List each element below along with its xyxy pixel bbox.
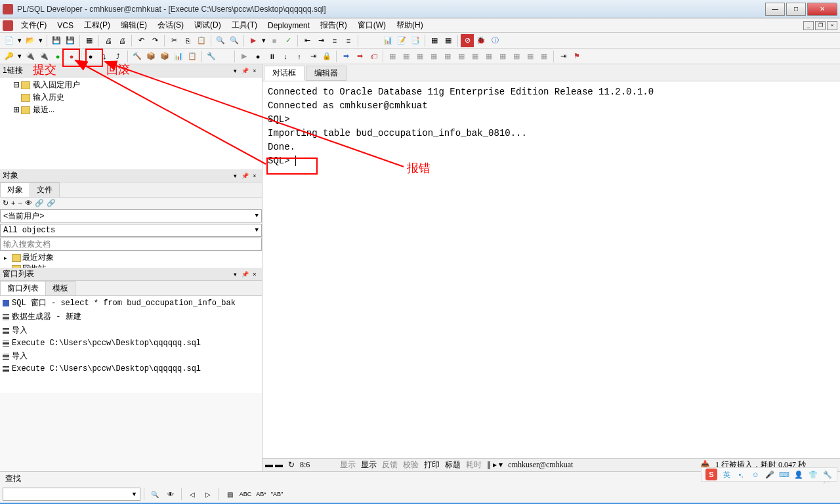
plus-icon[interactable]: +	[11, 199, 15, 207]
menu-tools[interactable]: 工具(T)	[226, 18, 262, 32]
tool5-icon[interactable]: 📋	[186, 50, 199, 63]
tab-dialog[interactable]: 对话框	[264, 66, 304, 81]
panel-menu-icon[interactable]: ▾	[230, 270, 240, 279]
bp-icon[interactable]: ●	[84, 50, 97, 63]
list-item[interactable]: 导入	[0, 324, 262, 337]
tree-item[interactable]: ⊟载入固定用户	[1, 79, 261, 91]
panel-close-icon[interactable]: ×	[250, 171, 259, 180]
menu-report[interactable]: 报告(R)	[315, 18, 352, 32]
expand-right-icon[interactable]: ⇥	[556, 50, 570, 63]
mdi-restore[interactable]: ❐	[815, 21, 826, 30]
panel-menu-icon[interactable]: ▾	[230, 66, 240, 75]
arrow-right-blue-icon[interactable]: ➡	[339, 50, 352, 63]
cut-button[interactable]: ✂	[167, 34, 180, 47]
tool4-icon[interactable]: 📊	[172, 50, 185, 63]
tab-objects[interactable]: 对象	[0, 182, 30, 197]
window2-icon[interactable]: ▦	[442, 34, 455, 47]
indent-left-button[interactable]: ⇤	[301, 34, 314, 47]
panel-menu-icon[interactable]: ▾	[230, 171, 240, 180]
tree-item[interactable]: ⊞最近...	[1, 104, 261, 116]
db-green-icon[interactable]: ●	[51, 50, 64, 63]
prev-icon[interactable]: ◁	[185, 488, 200, 501]
user-combo[interactable]: <当前用户>▼	[0, 209, 262, 222]
status-lbl[interactable]: 反馈	[382, 459, 398, 471]
refresh-icon[interactable]: ↻	[3, 199, 9, 207]
status-lbl[interactable]: 标题	[445, 459, 461, 471]
dbg1-icon[interactable]: ▶	[238, 50, 251, 63]
grid11-icon[interactable]: ▦	[524, 50, 537, 63]
ime-keyboard-icon[interactable]: ⌨	[779, 469, 789, 480]
mdi-close[interactable]: ×	[827, 21, 837, 30]
grid5-icon[interactable]: ▦	[441, 50, 454, 63]
output-area[interactable]: Connected to Oracle Database 11g Enterpr…	[262, 81, 840, 458]
status-lbl[interactable]: 打印	[424, 459, 440, 471]
tab-winlist[interactable]: 窗口列表	[0, 281, 46, 295]
menu-window[interactable]: 窗口(W)	[352, 18, 391, 32]
comment-button[interactable]: ≡	[328, 34, 341, 47]
open-dropdown[interactable]: ▾	[37, 34, 44, 47]
ime-emoji-icon[interactable]: ☺	[750, 469, 761, 480]
tab-files[interactable]: 文件	[30, 182, 60, 197]
mdi-minimize[interactable]: _	[803, 21, 814, 30]
ime-punct-icon[interactable]: •,	[736, 469, 746, 480]
tool3-icon[interactable]: 📦	[158, 50, 171, 63]
debug-sql-icon[interactable]: 🐞	[474, 34, 488, 47]
list-item[interactable]: 导入	[0, 349, 262, 363]
ime-tool-icon[interactable]: 🔧	[822, 469, 833, 480]
print-button[interactable]: 🖨	[102, 34, 115, 47]
panel-pin-icon[interactable]: 📌	[240, 270, 249, 279]
filter-combo[interactable]: All objects▼	[0, 224, 262, 237]
arrow-right-red-icon[interactable]: ➡	[353, 50, 366, 63]
list-item[interactable]: Execute C:\Users\pccw\Desktop\qqqqqq.sql	[0, 337, 262, 349]
paste-button[interactable]: 📋	[195, 34, 208, 47]
replace-button[interactable]: 🔍	[228, 34, 241, 47]
link1-icon[interactable]: 🔗	[35, 199, 44, 207]
case-icon[interactable]: ABC	[238, 488, 253, 501]
menu-session[interactable]: 会话(S)	[152, 18, 189, 32]
key-icon[interactable]: 🔑	[3, 50, 16, 63]
undo-button[interactable]: ↶	[135, 34, 148, 47]
panel-close-icon[interactable]: ×	[250, 270, 259, 279]
menu-project[interactable]: 工程(P)	[79, 18, 116, 32]
save-all-button[interactable]: 💾	[64, 34, 77, 47]
panel-pin-icon[interactable]: 📌	[240, 66, 249, 75]
beautify-button[interactable]: 📑	[409, 34, 422, 47]
run-drop[interactable]: ▾	[261, 34, 267, 47]
find-input[interactable]: ▼	[3, 488, 140, 501]
ime-lang[interactable]: 英	[721, 469, 732, 480]
grid4-icon[interactable]: ▦	[427, 50, 440, 63]
dbg2-icon[interactable]: ●	[251, 50, 264, 63]
dbg6-icon[interactable]: ⇥	[306, 50, 320, 63]
dbg5-icon[interactable]: ↑	[293, 50, 306, 63]
stop-button[interactable]: ■	[268, 34, 281, 47]
status-lbl[interactable]: 显示	[361, 459, 377, 471]
tree-item[interactable]: ▸回收站	[1, 263, 261, 268]
close-button[interactable]: ✕	[807, 3, 837, 16]
copy-table-icon[interactable]: ▦	[83, 34, 96, 47]
tag-icon[interactable]: 🏷	[367, 50, 380, 63]
tool2-icon[interactable]: 📦	[144, 50, 158, 63]
grid2-icon[interactable]: ▦	[400, 50, 413, 63]
describe-button[interactable]: 📝	[395, 34, 408, 47]
grid6-icon[interactable]: ▦	[455, 50, 468, 63]
open-button[interactable]: 📂	[24, 34, 37, 47]
copy-button[interactable]: ⎘	[181, 34, 194, 47]
connections-tree[interactable]: ⊟载入固定用户 输入历史 ⊞最近...	[0, 77, 262, 169]
ime-skin-icon[interactable]: 👕	[808, 469, 818, 480]
cancel-icon[interactable]: ⊘	[461, 34, 474, 47]
save-button[interactable]: 💾	[50, 34, 63, 47]
wrench-icon[interactable]: 🔧	[205, 50, 218, 63]
ime-sogou-icon[interactable]: S	[705, 469, 717, 480]
tree-item[interactable]: ▸最近对象	[1, 252, 261, 263]
new-button[interactable]: 📄	[3, 34, 16, 47]
indent-right-button[interactable]: ⇥	[314, 34, 327, 47]
grid10-icon[interactable]: ▦	[510, 50, 523, 63]
find-down-icon[interactable]: 👁	[163, 488, 178, 501]
panel-close-icon[interactable]: ×	[250, 66, 259, 75]
grid3-icon[interactable]: ▦	[413, 50, 427, 63]
uncomment-button[interactable]: ≡	[342, 34, 355, 47]
print-preview-button[interactable]: 🖨	[116, 34, 129, 47]
binoculars-icon[interactable]: 🔍	[148, 488, 162, 501]
search-input[interactable]	[0, 238, 262, 251]
flag-icon[interactable]: ⚑	[570, 50, 583, 63]
